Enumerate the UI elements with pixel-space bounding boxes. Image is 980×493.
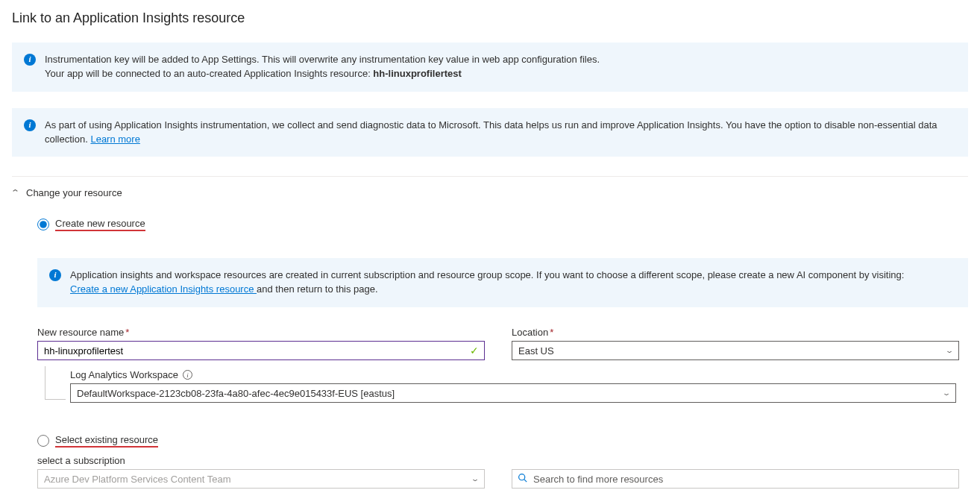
info-body: Instrumentation key will be added to App… — [45, 53, 956, 81]
banner2-text: As part of using Application Insights in… — [45, 119, 937, 145]
learn-more-link[interactable]: Learn more — [90, 134, 139, 145]
workspace-select[interactable]: DefaultWorkspace-2123cb08-23fa-4a80-afec… — [70, 383, 956, 403]
banner1-line2-prefix: Your app will be connected to an auto-cr… — [45, 68, 373, 79]
subscription-select[interactable]: Azure Dev Platform Services Content Team… — [37, 469, 485, 489]
chevron-down-icon: ⌄ — [942, 389, 952, 397]
page-title: Link to an Application Insights resource — [12, 10, 968, 26]
required-indicator: * — [550, 327, 553, 338]
tree-connector — [45, 366, 45, 399]
required-indicator: * — [125, 327, 129, 338]
select-existing-resource-label: Select existing resource — [55, 434, 158, 448]
create-ai-resource-link[interactable]: Create a new Application Insights resour… — [70, 283, 257, 295]
info-icon: i — [24, 119, 36, 131]
chevron-up-icon: ⌃ — [10, 188, 20, 198]
location-value: East US — [518, 345, 554, 357]
subscription-label: select a subscription — [37, 455, 968, 466]
chevron-down-icon: ⌄ — [945, 347, 955, 354]
info-banner-diagnostic: i As part of using Application Insights … — [12, 108, 968, 157]
help-icon[interactable]: i — [183, 370, 192, 380]
info-body: Application insights and workspace resou… — [70, 269, 956, 297]
create-new-resource-radio[interactable] — [37, 219, 49, 230]
info-body: As part of using Application Insights in… — [45, 119, 956, 147]
workspace-label: Log Analytics Workspace — [70, 369, 178, 380]
select-existing-resource-radio-row[interactable]: Select existing resource — [37, 434, 968, 448]
info-icon: i — [24, 54, 36, 66]
location-select[interactable]: East US ⌄ — [512, 341, 959, 360]
create-new-resource-label: Create new resource — [55, 218, 145, 231]
info-banner-instrumentation: i Instrumentation key will be added to A… — [12, 43, 968, 92]
new-resource-name-input[interactable] — [37, 341, 485, 360]
inner-info-text: Application insights and workspace resou… — [70, 269, 904, 280]
workspace-value: DefaultWorkspace-2123cb08-23fa-4a80-afec… — [77, 388, 395, 399]
info-icon: i — [49, 269, 61, 281]
new-resource-name-label: New resource name* — [37, 327, 485, 338]
inner-info-suffix: and then return to this page. — [257, 283, 378, 295]
resource-search-input[interactable] — [512, 469, 959, 489]
change-resource-toggle[interactable]: ⌃ Change your resource — [12, 187, 968, 198]
select-existing-resource-radio[interactable] — [37, 435, 49, 447]
subscription-value: Azure Dev Platform Services Content Team — [44, 474, 230, 485]
tree-connector — [45, 399, 66, 400]
banner1-line1: Instrumentation key will be added to App… — [45, 54, 600, 65]
section-title: Change your resource — [26, 187, 122, 198]
banner1-resource-name: hh-linuxprofilertest — [373, 68, 461, 79]
location-label: Location* — [512, 327, 959, 338]
create-new-resource-radio-row[interactable]: Create new resource — [37, 218, 968, 231]
info-banner-scope: i Application insights and workspace res… — [37, 258, 968, 307]
workspace-label-row: Log Analytics Workspace i — [70, 369, 968, 380]
divider — [12, 176, 968, 177]
chevron-down-icon: ⌄ — [471, 475, 480, 483]
